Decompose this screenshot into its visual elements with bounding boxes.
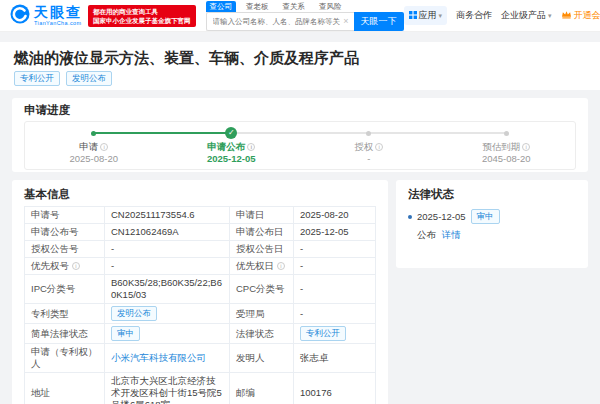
chevron-down-icon: ▾ (439, 12, 443, 20)
simple-legal-status-tag: 审中 (111, 326, 140, 341)
tab-search-relation[interactable]: 查关系 (279, 1, 310, 12)
step-dot-pending (504, 131, 509, 136)
table-row: 地址 北京市大兴区北京经济技术开发区科创十街15号院5号楼6层618室 邮编 1… (25, 373, 376, 404)
header-nav: 应用 ▾ 商务合作 企业级产品 ▾ 开通会员 ▾ (404, 6, 600, 25)
nav-cooperation[interactable]: 商务合作 (456, 9, 492, 22)
application-progress-card: 申请进度 申请i 2025-08-20 ✓ 申请公布i 2025-12-05 授… (12, 98, 588, 172)
table-row: IPC分类号 B60K35/28;B60K35/22;B60K15/03 CPC… (25, 275, 376, 304)
legal-status-card: 法律状态 2025-12-05 审中 公布 详情 (396, 180, 588, 268)
info-icon[interactable]: i (277, 262, 285, 270)
nav-vip[interactable]: 开通会员 ▾ (561, 9, 600, 22)
page-title: 燃油的液位显示方法、装置、车辆、介质及程序产品 (14, 49, 586, 66)
progress-step-grant: 授权i - (300, 127, 438, 164)
progress-step-publication: ✓ 申请公布i 2025-12-05 (163, 127, 301, 164)
legal-date: 2025-12-05 (417, 211, 466, 222)
info-icon[interactable]: i (375, 143, 383, 151)
nav-apps[interactable]: 应用 ▾ (404, 6, 448, 25)
legal-action: 公布 (417, 229, 436, 240)
basic-info-section-title: 基本信息 (24, 188, 376, 201)
brand-domain: TianYanCha.com (34, 21, 82, 27)
tab-search-company[interactable]: 查公司 (206, 1, 237, 12)
applicant-company-link[interactable]: 小米汽车科技有限公司 (111, 352, 206, 363)
site-logo[interactable]: 天眼查 TianYanCha.com (10, 4, 82, 28)
table-row: 专利类型 发明公布 受理局 - (25, 304, 376, 324)
detail-link[interactable]: 详情 (442, 229, 461, 240)
tianyancha-logo-icon (10, 4, 30, 28)
clear-search-icon[interactable]: × (342, 17, 349, 26)
chevron-down-icon: ▾ (548, 12, 552, 20)
basic-info-table: 申请号 CN202511173554.6 申请日 2025-08-20 申请公布… (24, 206, 376, 404)
progress-step-expiry: 预估到期i 2045-08-20 (438, 127, 576, 164)
header-search: 查公司 查老板 查关系 查风险 × 天眼一下 (206, 1, 404, 31)
search-tabs: 查公司 查老板 查关系 查风险 (206, 1, 404, 12)
table-row: 授权公告号 - 授权公告日 - (25, 241, 376, 258)
step-dot-pending (366, 131, 371, 136)
table-row: 申请号 CN202511173554.6 申请日 2025-08-20 (25, 207, 376, 224)
table-row: 申请（专利权）人 小米汽车科技有限公司 发明人 张志卓 (25, 344, 376, 373)
legal-section-title: 法律状态 (408, 188, 576, 201)
table-row: 简单法律状态 审中 法律状态 专利公开 (25, 324, 376, 344)
legal-status-item: 2025-12-05 审中 公布 详情 (408, 209, 576, 242)
info-icon[interactable]: i (72, 262, 80, 270)
brand-name: 天眼查 (34, 5, 82, 19)
progress-step-application: 申请i 2025-08-20 (25, 127, 163, 164)
tag-invention-publication: 发明公布 (66, 71, 112, 86)
basic-info-card: 基本信息 申请号 CN202511173554.6 申请日 2025-08-20… (12, 180, 388, 404)
info-icon[interactable]: i (247, 143, 255, 151)
apps-grid-icon (409, 11, 417, 21)
step-dot-done (91, 131, 96, 136)
info-icon[interactable]: i (100, 143, 108, 151)
progress-timeline: 申请i 2025-08-20 ✓ 申请公布i 2025-12-05 授权i - … (24, 121, 576, 170)
tab-search-risk[interactable]: 查风险 (315, 1, 346, 12)
site-header: 天眼查 TianYanCha.com 都在用的商业查询工具 国家中小企业发展子基… (0, 0, 600, 32)
slogan-banner: 都在用的商业查询工具 国家中小企业发展子基金旗下官网 (88, 5, 196, 27)
patent-tags: 专利公开 发明公布 (14, 71, 586, 86)
patent-type-tag: 发明公布 (111, 306, 157, 321)
check-circle-icon: ✓ (225, 127, 237, 139)
table-row: 优先权号i - 优先权日i - (25, 258, 376, 275)
info-icon[interactable]: i (522, 143, 530, 151)
legal-item-status-tag: 审中 (471, 209, 500, 224)
tab-search-boss[interactable]: 查老板 (242, 1, 273, 12)
search-input[interactable] (211, 16, 343, 27)
crown-icon (561, 10, 572, 21)
tag-patent-public: 专利公开 (14, 71, 60, 86)
legal-status-tag: 专利公开 (300, 326, 346, 341)
nav-enterprise[interactable]: 企业级产品 ▾ (501, 9, 552, 22)
patent-title-section: 燃油的液位显示方法、装置、车辆、介质及程序产品 专利公开 发明公布 (0, 42, 600, 90)
table-row: 申请公布号 CN121062469A 申请公布日 2025-12-05 (25, 224, 376, 241)
progress-section-title: 申请进度 (24, 104, 576, 117)
bullet-icon (408, 215, 412, 219)
search-button[interactable]: 天眼一下 (354, 12, 404, 31)
